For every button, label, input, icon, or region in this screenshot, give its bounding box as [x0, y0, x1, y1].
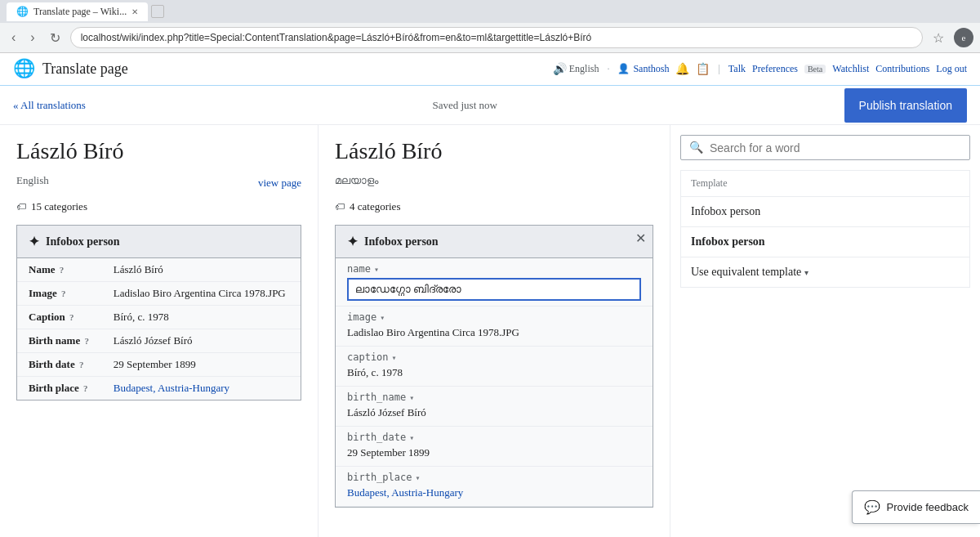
wiki-logo: 🌐 — [13, 58, 36, 81]
url-bar[interactable] — [70, 27, 923, 48]
translate-toolbar: « All translations Saved just now Publis… — [0, 86, 980, 125]
target-article-title: László Bíró — [335, 138, 653, 164]
target-lang-label: മലയാളം — [335, 174, 378, 187]
template-option-1[interactable]: Infobox person — [681, 197, 969, 227]
sidebar-search-area: 🔍 — [670, 125, 980, 170]
field-label-birth-name: Birth name ? — [17, 329, 102, 353]
field-name-arrow[interactable]: ▾ — [374, 265, 379, 274]
sidebar-search-box: 🔍 — [680, 135, 970, 160]
alert-icon[interactable]: 🔔 — [675, 62, 689, 76]
target-category-icon: 🏷 — [335, 201, 345, 213]
target-birth-date-value: 29 September 1899 — [336, 445, 653, 466]
table-row: Name ? László Bíró — [17, 258, 301, 282]
lang-icon: 🔊 — [553, 62, 567, 76]
translation-columns: László Bíró English view page 🏷 15 categ… — [0, 125, 670, 537]
target-field-name-label: name ▾ — [336, 258, 653, 276]
infobox-puzzle-icon: ✦ — [29, 234, 39, 249]
source-lang-label: English — [16, 174, 49, 187]
inbox-icon[interactable]: 📋 — [696, 62, 710, 76]
contributions-link[interactable]: Contributions — [875, 63, 929, 75]
table-row: Birth name ? László József Bíró — [17, 329, 301, 353]
wiki-globe-icon: 🌐 — [13, 58, 35, 78]
forward-button[interactable]: › — [25, 29, 39, 47]
back-to-translations-link[interactable]: « All translations — [13, 99, 86, 112]
field-value-birth-place: Budapest, Austria-Hungary — [102, 377, 301, 401]
feedback-button[interactable]: 💬 Provide feedback — [852, 490, 980, 524]
field-birth-date-text: birth_date — [347, 432, 406, 443]
category-icon: 🏷 — [16, 201, 26, 213]
field-birth-name-text: birth_name — [347, 392, 406, 403]
watchlist-link[interactable]: Watchlist — [832, 63, 869, 75]
feedback-icon: 💬 — [864, 499, 880, 515]
browser-toolbar: ‹ › ↻ ☆ e — [0, 23, 980, 52]
preferences-link[interactable]: Preferences — [752, 63, 798, 75]
field-birth-place-text: birth_place — [347, 472, 412, 483]
field-label-name: Name ? — [17, 258, 102, 282]
publish-translation-button[interactable]: Publish translation — [844, 88, 967, 123]
back-button[interactable]: ‹ — [7, 29, 20, 47]
source-lang-row: English view page — [16, 174, 301, 192]
source-category-count: 15 categories — [31, 200, 87, 213]
table-row: Image ? Ladislao Biro Argentina Circa 19… — [17, 282, 301, 306]
field-image-text: image — [347, 311, 376, 323]
field-label-caption: Caption ? — [17, 306, 102, 329]
field-label-birth-place: Birth place ? — [17, 377, 102, 401]
help-icon-birth-place: ? — [83, 383, 88, 393]
target-caption-value: Bíró, c. 1978 — [336, 365, 653, 386]
wiki-user-link[interactable]: 👤 Santhosh — [617, 63, 669, 75]
target-field-birth-place-row: birth_place ▾ Budapest, Austria-Hungary — [336, 467, 653, 507]
field-birth-place-arrow[interactable]: ▾ — [415, 473, 420, 482]
target-categories-row: 🏷 4 categories — [335, 200, 653, 213]
field-value-name: László Bíró — [102, 258, 301, 282]
template-section-label: Template — [681, 171, 969, 197]
target-field-caption-label: caption ▾ — [336, 347, 653, 365]
target-field-caption-row: caption ▾ Bíró, c. 1978 — [336, 347, 653, 387]
chevron-down-icon: ▾ — [804, 268, 808, 277]
help-icon-birth-name: ? — [84, 336, 89, 346]
field-birth-date-arrow[interactable]: ▾ — [409, 433, 414, 442]
field-name-text: name — [347, 263, 371, 275]
search-icon: 🔍 — [689, 141, 703, 154]
field-image-arrow[interactable]: ▾ — [380, 313, 385, 322]
field-birth-name-arrow[interactable]: ▾ — [409, 393, 414, 402]
help-icon-image: ? — [61, 289, 66, 298]
talk-link[interactable]: Talk — [728, 63, 746, 75]
reload-button[interactable]: ↻ — [45, 29, 65, 47]
logout-link[interactable]: Log out — [936, 63, 967, 75]
wiki-language-button[interactable]: 🔊 English — [553, 62, 599, 76]
template-option-2[interactable]: Infobox person — [681, 227, 969, 257]
browser-tab: 🌐 Translate page – Wiki... ✕ — [7, 2, 148, 21]
browser-tab-favicon: 🌐 — [16, 6, 29, 18]
template-use-row[interactable]: Use equivalent template ▾ — [681, 257, 969, 287]
sidebar-search-input[interactable] — [710, 141, 961, 154]
table-row: Birth place ? Budapest, Austria-Hungary — [17, 377, 301, 401]
target-birth-name-value: László József Bíró — [336, 405, 653, 426]
bookmark-icon[interactable]: ☆ — [928, 30, 949, 46]
birth-place-link[interactable]: Budapest, Austria-Hungary — [114, 382, 229, 394]
feedback-label: Provide feedback — [887, 501, 969, 513]
help-icon-caption: ? — [69, 312, 74, 322]
browser-tab-close-icon[interactable]: ✕ — [131, 7, 138, 16]
beta-badge: Beta — [804, 65, 826, 74]
target-column: László Bíró മലയാളം 🏷 4 categories ✕ ✦ In… — [318, 125, 670, 537]
target-name-input[interactable] — [347, 278, 641, 301]
template-use-label: Use equivalent template — [691, 266, 801, 279]
field-value-image: Ladislao Biro Argentina Circa 1978.JPG — [102, 282, 301, 306]
infobox-close-button[interactable]: ✕ — [635, 232, 646, 245]
browser-titlebar: 🌐 Translate page – Wiki... ✕ — [0, 0, 980, 23]
field-caption-arrow[interactable]: ▾ — [392, 353, 397, 362]
wiki-username: Santhosh — [633, 63, 669, 75]
browser-profile[interactable]: e — [954, 28, 973, 47]
user-icon: 👤 — [617, 63, 630, 75]
new-tab-button[interactable] — [151, 5, 164, 18]
wiki-nav-right: 🔊 English · 👤 Santhosh 🔔 📋 | Talk Prefer… — [553, 62, 967, 76]
target-field-birth-name-label: birth_name ▾ — [336, 387, 653, 405]
view-page-link[interactable]: view page — [258, 177, 301, 190]
target-birth-place-link[interactable]: Budapest, Austria-Hungary — [336, 485, 653, 506]
target-field-name-row: name ▾ — [336, 258, 653, 307]
source-infobox: ✦ Infobox person Name ? László Bíró Imag… — [16, 225, 301, 401]
template-suggestion-panel: Template Infobox person Infobox person U… — [680, 170, 970, 288]
target-field-birth-place-label: birth_place ▾ — [336, 467, 653, 485]
wiki-lang-label: English — [569, 63, 599, 75]
field-value-birth-date: 29 September 1899 — [102, 353, 301, 377]
